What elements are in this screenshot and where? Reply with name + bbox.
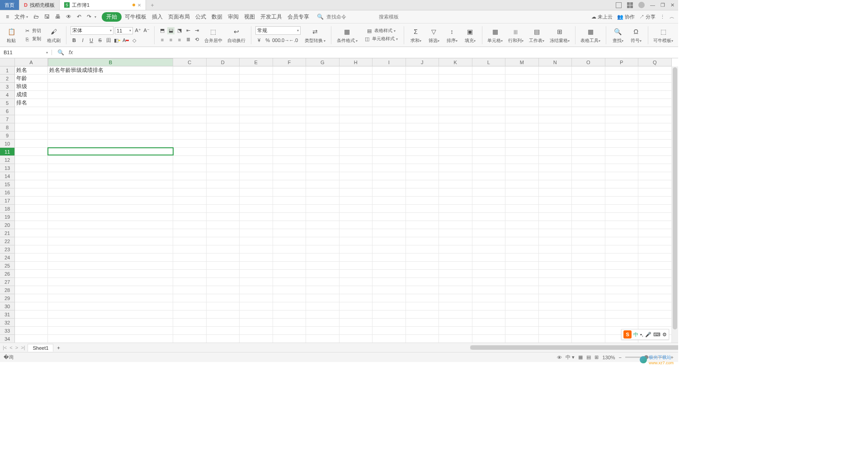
cell[interactable] [539,237,572,245]
cell[interactable] [173,245,207,254]
cell[interactable] [539,172,572,180]
cell[interactable] [273,83,307,91]
cell[interactable] [406,180,439,188]
cell[interactable] [15,115,48,123]
cell[interactable] [306,327,340,335]
cell[interactable] [638,270,672,278]
typeconv-group[interactable]: ⇄类型转换 ▾ [303,27,327,44]
cell[interactable] [505,302,539,310]
formula-input[interactable] [77,49,673,56]
cell[interactable] [638,294,672,302]
cell[interactable] [173,164,207,172]
app-menu-icon[interactable]: ≡ [4,12,11,21]
cell[interactable] [605,302,639,310]
cell[interactable] [173,221,207,229]
cell[interactable] [638,245,672,254]
cell[interactable] [406,75,439,83]
cell[interactable] [638,237,672,245]
cell[interactable] [505,91,539,99]
add-sheet-button[interactable]: ＋ [56,344,61,351]
cell[interactable] [240,278,273,286]
cell[interactable] [572,221,605,229]
cell[interactable] [240,254,273,262]
cell[interactable] [48,83,173,91]
cell[interactable] [207,335,240,343]
cell[interactable] [638,254,672,262]
align-right-icon[interactable]: ≡ [176,36,183,43]
cell[interactable] [539,91,572,99]
cell[interactable] [638,123,672,132]
sort-group[interactable]: ↕排序▾ [444,27,460,44]
row-header[interactable]: 2 [0,75,15,83]
cell[interactable] [207,188,240,197]
cell[interactable] [48,245,173,254]
cell[interactable] [273,75,307,83]
row-header[interactable]: 11 [0,148,15,156]
ime-settings-icon[interactable]: ⚙ [662,332,667,338]
cell[interactable] [15,262,48,270]
align-justify-icon[interactable]: ≣ [184,36,192,43]
cell[interactable] [207,75,240,83]
cell[interactable] [572,278,605,286]
cell[interactable] [240,140,273,148]
currency-icon[interactable]: ¥ [255,37,263,44]
cell[interactable] [240,66,273,75]
cell[interactable] [638,107,672,115]
col-header[interactable]: N [539,58,572,66]
col-header[interactable]: C [173,58,207,66]
cell[interactable] [207,229,240,237]
ime-punct-icon[interactable]: •, [640,332,643,337]
number-format-select[interactable]: 常规▾ [255,26,301,35]
col-header[interactable]: L [472,58,506,66]
cell[interactable] [48,294,173,302]
cell[interactable] [48,91,173,99]
indent-dec-icon[interactable]: ⇤ [184,27,192,34]
cell[interactable] [340,91,373,99]
cell[interactable] [306,188,340,197]
row-header[interactable]: 21 [0,229,15,237]
cell[interactable] [207,278,240,286]
cell[interactable] [207,172,240,180]
cell[interactable] [539,335,572,343]
cell[interactable] [572,319,605,327]
cell[interactable] [373,123,406,132]
cell[interactable] [306,237,340,245]
cell[interactable] [439,66,472,75]
cell[interactable] [306,197,340,205]
cell[interactable] [48,262,173,270]
cell[interactable] [273,237,307,245]
cell[interactable] [539,140,572,148]
cell[interactable] [15,286,48,294]
cell[interactable] [273,262,307,270]
cell[interactable] [373,213,406,221]
row-header[interactable]: 13 [0,164,15,172]
cell[interactable] [340,286,373,294]
cell[interactable] [207,237,240,245]
col-header[interactable]: F [273,58,307,66]
cell[interactable] [48,254,173,262]
cell[interactable] [572,132,605,140]
cell[interactable] [207,180,240,188]
cell[interactable] [572,205,605,213]
cell[interactable] [505,335,539,343]
fx-search-icon[interactable]: 🔍 [57,49,64,56]
cell[interactable] [539,262,572,270]
decrease-font-icon[interactable]: A⁻ [143,27,150,34]
cell[interactable] [605,319,639,327]
cell[interactable] [439,327,472,335]
cell[interactable] [406,319,439,327]
cell[interactable] [539,221,572,229]
cell[interactable] [340,132,373,140]
symbol-group[interactable]: Ω符号▾ [628,27,644,44]
cell[interactable] [539,286,572,294]
cell[interactable] [373,254,406,262]
cell[interactable] [505,123,539,132]
cell[interactable] [48,172,173,180]
cell[interactable] [173,188,207,197]
view-break-icon[interactable]: ⊞ [594,354,599,360]
menu-dev[interactable]: 开发工具 [258,12,284,22]
cell[interactable] [273,99,307,107]
col-header[interactable]: H [340,58,373,66]
cell[interactable] [340,115,373,123]
cell[interactable] [173,229,207,237]
